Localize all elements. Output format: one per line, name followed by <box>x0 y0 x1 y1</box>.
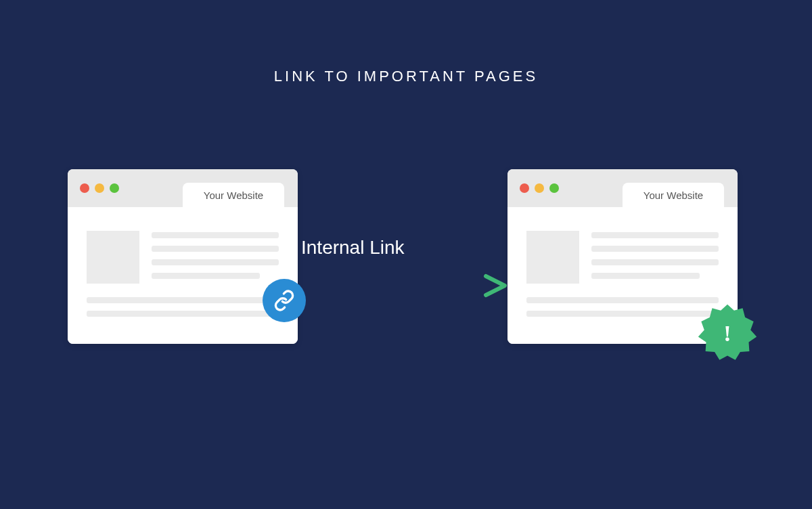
text-line <box>591 232 719 238</box>
important-badge: ! <box>697 303 758 364</box>
exclamation-icon: ! <box>723 321 731 347</box>
arrow-label: Internal Link <box>301 237 405 259</box>
browser-window-target: Your Website ! <box>508 169 738 344</box>
page-title: LINK TO IMPORTANT PAGES <box>0 0 812 85</box>
minimize-icon <box>535 183 544 193</box>
browser-header: Your Website <box>68 169 298 207</box>
text-line <box>526 311 719 317</box>
maximize-icon <box>110 183 119 193</box>
text-line <box>591 259 719 265</box>
browser-body <box>68 207 298 344</box>
text-line <box>87 311 279 317</box>
minimize-icon <box>95 183 104 193</box>
text-line <box>152 232 279 238</box>
browser-window-source: Your Website <box>68 169 298 344</box>
thumbnail-placeholder <box>87 231 139 284</box>
text-line <box>152 246 279 252</box>
close-icon <box>80 183 89 193</box>
text-line <box>591 273 700 279</box>
text-line <box>591 246 719 252</box>
text-line <box>152 273 260 279</box>
text-placeholder-group <box>591 231 719 284</box>
browser-body: ! <box>508 207 738 344</box>
close-icon <box>520 183 529 193</box>
traffic-lights <box>508 183 559 193</box>
content-row <box>526 231 719 284</box>
text-line <box>152 259 279 265</box>
text-placeholder-group <box>87 297 279 317</box>
traffic-lights <box>68 183 119 193</box>
text-line <box>526 297 719 303</box>
content-row <box>87 231 279 284</box>
text-placeholder-group <box>152 231 279 284</box>
browser-tab: Your Website <box>623 183 724 207</box>
thumbnail-placeholder <box>526 231 579 284</box>
browser-header: Your Website <box>508 169 738 207</box>
text-placeholder-group <box>526 297 719 317</box>
diagram-container: Your Website <box>0 169 812 440</box>
text-line <box>87 297 279 303</box>
arrow-icon <box>284 272 508 299</box>
browser-tab: Your Website <box>183 183 284 207</box>
maximize-icon <box>549 183 559 193</box>
